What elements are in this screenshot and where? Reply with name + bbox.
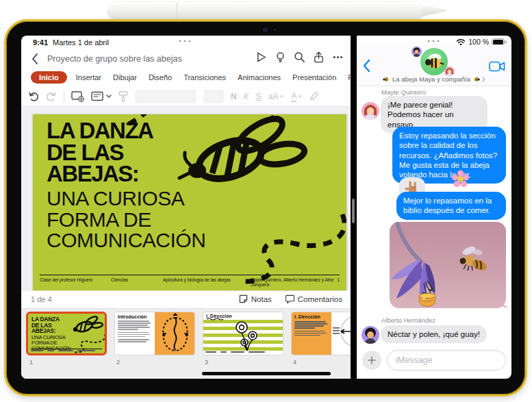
add-attachment-button[interactable]: [362, 351, 381, 370]
message-received: Néctar y polen, ¡qué guay!: [381, 325, 487, 343]
powerpoint-app-pane: 9:41 Martes 1 de abril Proyecto de grupo…: [21, 36, 351, 379]
wifi-icon: [456, 38, 466, 46]
footer-class: Clase del profesor Higuero: [40, 277, 111, 287]
slide-layout-button[interactable]: [91, 91, 112, 101]
back-icon[interactable]: [362, 59, 370, 73]
tab-diseno[interactable]: Diseño: [146, 71, 175, 84]
present-play-icon[interactable]: [255, 51, 267, 63]
messages-app-pane: 100 %: [357, 36, 511, 379]
avatar-alberto-small: [411, 47, 422, 57]
footer-subject: Ciencias: [111, 277, 163, 287]
bee-emoji-icon: [420, 48, 448, 75]
sender-name: Alberto Hernández: [381, 316, 435, 324]
ribbon-toolbar: N K S aA A: [21, 86, 351, 107]
toolbar-divider: [64, 90, 64, 103]
chevron-down-icon: [106, 95, 112, 98]
pencil-cap-seam: [177, 3, 177, 18]
ribbon-tabs: Inicio Insertar Dibujar Diseño Transicio…: [21, 68, 351, 86]
font-size-field[interactable]: [203, 90, 224, 103]
home-indicator[interactable]: [202, 372, 331, 375]
message-composer: [387, 350, 506, 370]
ambient-sensor: [274, 29, 276, 31]
back-icon[interactable]: [31, 53, 38, 64]
split-view-handle[interactable]: [352, 199, 355, 223]
photo-bubble-tail: [502, 301, 509, 308]
italic-button[interactable]: K: [244, 92, 249, 101]
thumbnail-number: 1: [29, 359, 33, 366]
slide-footer: Clase del profesor Higuero Ciencias Apic…: [40, 275, 340, 287]
comments-icon: [286, 294, 294, 303]
message-sent: Mejor lo repasamos en la biblio después …: [396, 192, 506, 220]
highlight-button[interactable]: [309, 91, 319, 101]
multitasking-indicator[interactable]: [179, 40, 192, 42]
thumbnail-heading: Introducción: [118, 314, 152, 319]
slide-layout-icon: [91, 91, 104, 101]
slide-thumbnail-2[interactable]: Introducción: [114, 312, 195, 355]
avatar-mayte[interactable]: [362, 102, 379, 120]
group-avatar-bee[interactable]: [420, 48, 448, 75]
font-color-button[interactable]: A: [291, 91, 303, 102]
thumbnail-heading: I. Dirección: [294, 314, 329, 319]
direction-circle-diagram: [331, 312, 351, 355]
tab-presentacion[interactable]: Presentación: [290, 71, 339, 84]
comments-button[interactable]: Comentarios: [286, 294, 342, 303]
text-case-button[interactable]: aA: [268, 92, 285, 101]
group-title[interactable]: La abeja Maya y compañía: [357, 75, 511, 83]
video-call-icon[interactable]: [489, 61, 505, 72]
plus-icon: [368, 356, 376, 364]
thumbnail-number: 3: [205, 359, 208, 366]
message-sent: Estoy repasando la sección sobre la cali…: [392, 127, 506, 184]
tab-inicio[interactable]: Inicio: [31, 71, 67, 84]
chevron-down-icon: [298, 95, 303, 98]
document-title: Proyecto de grupo sobre las abejas: [47, 54, 182, 64]
avatar-alberto[interactable]: [362, 326, 379, 344]
lightbulb-icon[interactable]: [275, 51, 286, 63]
underline-button[interactable]: S: [256, 92, 262, 101]
tab-dibujar[interactable]: Dibujar: [110, 71, 140, 84]
thumbnail-number: 2: [116, 359, 120, 366]
waggle-dance-diagram: [155, 312, 195, 355]
tab-insertar[interactable]: Insertar: [73, 71, 104, 84]
clock: 9:41: [33, 38, 48, 47]
squiggle-underline: [206, 318, 224, 321]
date: Martes 1 de abril: [53, 38, 109, 47]
message-input[interactable]: [388, 355, 510, 365]
format-painter-icon[interactable]: [118, 91, 128, 102]
new-slide-icon[interactable]: [71, 90, 84, 102]
multitasking-indicator[interactable]: [427, 40, 441, 42]
undo-icon[interactable]: [28, 91, 39, 102]
bee-trail-drawing: [33, 114, 346, 290]
slide-editor[interactable]: LA DANZA DE LAS ABEJAS: UNA CURIOSA FORM…: [33, 114, 346, 290]
chevron-down-icon: [279, 95, 284, 98]
ipad-product-photo: 9:41 Martes 1 de abril Proyecto de grupo…: [0, 0, 532, 402]
tab-transiciones[interactable]: Transiciones: [181, 71, 229, 84]
photo-message-bee-flower[interactable]: [390, 222, 506, 308]
search-icon[interactable]: [294, 51, 305, 63]
bold-button[interactable]: N: [231, 92, 237, 101]
share-icon[interactable]: [313, 51, 325, 63]
status-strip: 1 de 4 Notas Comentarios: [21, 291, 351, 308]
apple-pencil-tip: [422, 5, 446, 16]
bee-emoji-icon: [383, 76, 390, 82]
slide-thumbnail-3[interactable]: I. Dirección: [203, 312, 283, 355]
footer-page-number: 1: [337, 277, 340, 287]
apple-pencil: [108, 2, 423, 19]
chevron-right-icon: [482, 77, 485, 82]
thumbnail-number: 4: [293, 359, 296, 366]
more-icon[interactable]: [332, 51, 344, 63]
slide-thumbnail-strip: LA DANZA DE LAS ABEJAS: UNA CURIOSA FORM…: [21, 308, 351, 379]
slide-canvas: LA DANZA DE LAS ABEJAS: UNA CURIOSA FORM…: [21, 107, 351, 291]
tab-animaciones[interactable]: Animaciones: [235, 71, 283, 84]
flowers-drawing: [227, 321, 265, 352]
notes-icon: [239, 294, 248, 303]
tab-revisar[interactable]: Revisar: [345, 71, 351, 84]
front-camera: [263, 27, 268, 32]
font-name-field[interactable]: [135, 90, 197, 103]
bee-emoji-icon: [472, 76, 480, 82]
conversation-header: La abeja Maya y compañía: [357, 45, 511, 86]
notes-button[interactable]: Notas: [239, 294, 272, 303]
redo-icon[interactable]: [46, 91, 57, 102]
slide-thumbnail-1[interactable]: LA DANZA DE LAS ABEJAS: UNA CURIOSA FORM…: [26, 312, 107, 355]
slide-thumbnail-4[interactable]: I. Dirección: [291, 312, 351, 355]
battery-icon: [492, 38, 507, 46]
